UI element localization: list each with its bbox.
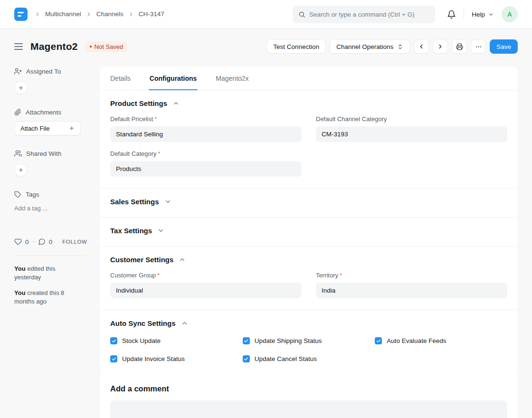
tab-magento2x[interactable]: Magento2x xyxy=(216,66,248,90)
territory-field: Territory* xyxy=(316,272,507,298)
sales-settings-header[interactable]: Sales Settings xyxy=(110,198,507,206)
chevron-right-icon xyxy=(86,11,92,18)
shared-with-section: Shared With xyxy=(14,150,86,157)
checkbox-label: Stock Update xyxy=(122,337,161,344)
checked-checkbox-icon xyxy=(110,355,117,362)
follow-button[interactable]: FOLLOW xyxy=(62,239,87,245)
field-label: Default Category* xyxy=(110,150,302,157)
checkbox-label: Update Invoice Status xyxy=(122,355,185,362)
comment-bubble-icon[interactable] xyxy=(38,238,46,246)
default-pricelist-field: Default Pricelist* xyxy=(110,115,302,142)
breadcrumb-multichannel[interactable]: Multichannel xyxy=(45,10,81,18)
customer-group-input[interactable] xyxy=(110,283,302,298)
heart-icon[interactable] xyxy=(14,238,22,246)
status-label: Not Saved xyxy=(95,43,124,50)
breadcrumb-ch-3147[interactable]: CH-3147 xyxy=(139,10,164,18)
tab-details[interactable]: Details xyxy=(110,66,131,90)
comment-section-title: Add a comment xyxy=(110,384,507,393)
field-label: Territory* xyxy=(316,272,507,279)
created-meta[interactable]: You created this 8 months ago xyxy=(14,289,76,306)
assigned-to-label: Assigned To xyxy=(26,68,61,75)
divider xyxy=(14,256,86,256)
default-category-input[interactable] xyxy=(110,161,302,177)
help-menu[interactable]: Help xyxy=(472,11,494,18)
customer-settings-header[interactable]: Customer Settings xyxy=(110,256,507,264)
add-tag-button[interactable]: Add a tag ... xyxy=(14,205,86,212)
more-actions-button[interactable] xyxy=(471,39,486,54)
required-mark: * xyxy=(158,150,161,157)
select-chevrons-icon xyxy=(397,44,403,50)
tag-icon xyxy=(14,191,21,198)
auto-evaluate-feeds-checkbox[interactable]: Auto Evaluate Feeds xyxy=(375,337,507,344)
global-search[interactable] xyxy=(293,6,435,23)
search-icon xyxy=(298,11,305,18)
tax-settings-header[interactable]: Tax Settings xyxy=(110,227,507,235)
product-settings-header[interactable]: Product Settings xyxy=(110,99,507,107)
add-share-button[interactable] xyxy=(14,163,28,177)
default-pricelist-input[interactable] xyxy=(110,126,302,142)
comment-input[interactable] xyxy=(110,400,507,418)
attach-file-button[interactable]: Attach File xyxy=(14,121,81,135)
auto-sync-settings-header[interactable]: Auto Sync Settings xyxy=(110,319,507,327)
users-icon xyxy=(14,150,22,157)
print-button[interactable] xyxy=(452,39,467,54)
customer-settings-section: Customer Settings Customer Group* Territ… xyxy=(100,246,518,310)
document-sidebar: Assigned To Attachments Attach File Shar… xyxy=(14,67,86,313)
chevron-down-icon xyxy=(157,227,164,234)
update-invoice-status-checkbox[interactable]: Update Invoice Status xyxy=(110,355,243,362)
chevron-down-icon xyxy=(164,198,171,205)
navbar: Multichannel Channels CH-3147 Help A xyxy=(0,0,532,28)
page-title: Magento2 xyxy=(30,41,78,52)
default-channel-category-input[interactable] xyxy=(316,126,507,142)
save-button[interactable]: Save xyxy=(490,39,518,54)
attach-file-label: Attach File xyxy=(20,125,49,132)
chevron-left-icon xyxy=(418,43,425,50)
prev-document-button[interactable] xyxy=(414,39,429,54)
tags-label: Tags xyxy=(26,191,39,198)
chevron-up-icon xyxy=(181,320,188,327)
avatar[interactable]: A xyxy=(502,6,518,22)
required-mark: * xyxy=(157,272,160,279)
assigned-to-section: Assigned To xyxy=(14,67,86,75)
checked-checkbox-icon xyxy=(243,355,250,362)
attachments-label: Attachments xyxy=(26,109,61,116)
ellipsis-icon xyxy=(475,43,482,50)
default-category-field: Default Category* xyxy=(110,150,302,177)
plus-icon xyxy=(69,125,75,131)
chevron-up-icon xyxy=(172,100,180,107)
update-shipping-status-checkbox[interactable]: Update Shipping Status xyxy=(243,337,375,344)
likes-count: 0 xyxy=(25,238,29,246)
channel-operations-label: Channel Operations xyxy=(336,43,393,50)
created-who: You xyxy=(14,289,26,296)
add-assignment-button[interactable] xyxy=(14,81,28,95)
checkbox-label: Update Shipping Status xyxy=(255,337,322,344)
form-card: Details Configurations Magento2x Product… xyxy=(100,66,518,375)
tax-settings-section: Tax Settings xyxy=(100,217,518,246)
section-title: Product Settings xyxy=(110,99,167,107)
navbar-right: Help A xyxy=(447,0,518,28)
bell-icon[interactable] xyxy=(447,10,456,19)
breadcrumb-channels[interactable]: Channels xyxy=(96,10,124,18)
status-dot-icon xyxy=(90,46,92,48)
channel-operations-menu[interactable]: Channel Operations xyxy=(330,39,410,54)
app-logo-icon[interactable] xyxy=(14,8,28,21)
customer-group-field: Customer Group* xyxy=(110,272,302,298)
chevron-up-icon xyxy=(179,256,186,263)
chevron-right-icon xyxy=(128,11,134,18)
update-cancel-status-checkbox[interactable]: Update Cancel Status xyxy=(243,355,375,362)
edited-meta[interactable]: You edited this yesterday xyxy=(14,265,76,282)
printer-icon xyxy=(456,43,463,50)
stock-update-checkbox[interactable]: Stock Update xyxy=(110,337,243,344)
sales-settings-section: Sales Settings xyxy=(100,188,518,217)
search-input[interactable] xyxy=(309,11,429,18)
comment-card: Add a comment xyxy=(100,373,518,418)
tab-configurations[interactable]: Configurations xyxy=(150,66,197,90)
sidebar-toggle-icon[interactable] xyxy=(14,43,23,50)
form-tabs: Details Configurations Magento2x xyxy=(100,66,518,90)
divider xyxy=(464,9,464,19)
test-connection-button[interactable]: Test Connection xyxy=(266,39,326,54)
section-title: Sales Settings xyxy=(110,198,159,206)
product-settings-section: Product Settings Default Pricelist* Defa… xyxy=(100,90,518,188)
next-document-button[interactable] xyxy=(433,39,448,54)
territory-input[interactable] xyxy=(316,283,507,298)
